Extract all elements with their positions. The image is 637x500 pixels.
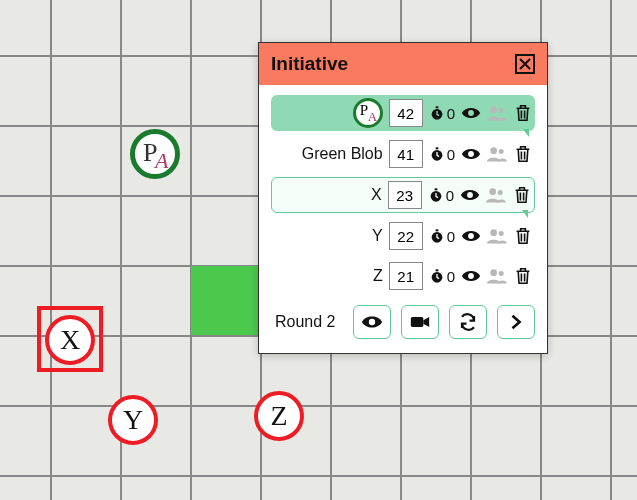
svg-rect-11 (434, 188, 437, 190)
svg-point-25 (369, 319, 375, 325)
eye-icon (461, 147, 481, 161)
initiative-value-input[interactable] (389, 140, 423, 168)
svg-rect-6 (435, 147, 438, 149)
timer-display: 0 (429, 268, 455, 285)
enemy-token-x[interactable]: X (45, 315, 95, 365)
round-label: Round 2 (271, 313, 336, 331)
svg-point-24 (499, 271, 504, 276)
panel-footer: Round 2 (271, 305, 535, 339)
group-toggle[interactable] (487, 226, 507, 246)
svg-point-14 (498, 190, 503, 195)
group-toggle[interactable] (487, 144, 507, 164)
eye-icon (361, 314, 383, 330)
camera-icon (410, 315, 430, 329)
refresh-icon (459, 313, 477, 331)
svg-point-3 (490, 106, 497, 113)
svg-rect-21 (435, 269, 438, 271)
group-icon (487, 146, 507, 162)
initiative-row[interactable]: Y 0 (271, 219, 535, 253)
trash-icon (515, 104, 531, 122)
eye-icon (461, 269, 481, 283)
combatant-name: Z (373, 267, 383, 285)
vision-button[interactable] (353, 305, 391, 339)
panel-title: Initiative (271, 53, 348, 75)
combatant-name: Green Blob (302, 145, 383, 163)
stopwatch-icon (428, 187, 444, 203)
combatant-name: X (371, 186, 382, 204)
svg-point-8 (490, 147, 497, 154)
stopwatch-icon (429, 268, 445, 284)
svg-point-19 (499, 231, 504, 236)
visibility-toggle[interactable] (461, 103, 481, 123)
group-icon (487, 228, 507, 244)
stopwatch-icon (429, 105, 445, 121)
initiative-row[interactable]: X 0 (271, 177, 535, 213)
group-toggle[interactable] (487, 103, 507, 123)
initiative-value-input[interactable] (389, 222, 423, 250)
group-icon (487, 268, 507, 284)
visibility-toggle[interactable] (461, 226, 481, 246)
initiative-panel[interactable]: Initiative PA 0 Green Bl (258, 42, 548, 354)
speech-tail-icon (523, 129, 529, 137)
next-turn-button[interactable] (497, 305, 535, 339)
panel-body: PA 0 Green Blob 0 (259, 85, 547, 353)
svg-point-4 (499, 108, 504, 113)
timer-display: 0 (429, 146, 455, 163)
svg-point-13 (489, 188, 496, 195)
svg-rect-1 (435, 106, 438, 108)
svg-rect-26 (411, 317, 424, 327)
group-toggle[interactable] (486, 185, 506, 205)
delete-button[interactable] (513, 103, 533, 123)
svg-point-22 (468, 273, 474, 279)
enemy-token-z[interactable]: Z (254, 391, 304, 441)
svg-point-23 (490, 269, 497, 276)
trash-icon (515, 145, 531, 163)
group-toggle[interactable] (487, 266, 507, 286)
camera-button[interactable] (401, 305, 439, 339)
svg-point-18 (490, 229, 497, 236)
visibility-toggle[interactable] (461, 144, 481, 164)
trash-icon (515, 227, 531, 245)
refresh-button[interactable] (449, 305, 487, 339)
player-token-pa[interactable]: PA (130, 129, 180, 179)
delete-button[interactable] (513, 226, 533, 246)
enemy-token-y[interactable]: Y (108, 395, 158, 445)
visibility-toggle[interactable] (460, 185, 480, 205)
close-button[interactable] (515, 54, 535, 74)
trash-icon (514, 186, 530, 204)
stopwatch-icon (429, 228, 445, 244)
timer-display: 0 (429, 228, 455, 245)
timer-display: 0 (429, 105, 455, 122)
timer-display: 0 (428, 187, 454, 204)
initiative-row[interactable]: Z 0 (271, 259, 535, 293)
avatar-pa: PA (353, 98, 383, 128)
close-icon (519, 58, 531, 70)
svg-point-17 (468, 233, 474, 239)
panel-header[interactable]: Initiative (259, 43, 547, 85)
green-blob-token[interactable] (191, 266, 260, 335)
eye-icon (461, 106, 481, 120)
visibility-toggle[interactable] (461, 266, 481, 286)
initiative-row[interactable]: Green Blob 0 (271, 137, 535, 171)
delete-button[interactable] (513, 266, 533, 286)
svg-point-2 (468, 110, 474, 116)
group-icon (487, 105, 507, 121)
initiative-value-input[interactable] (389, 99, 423, 127)
initiative-row[interactable]: PA 0 (271, 95, 535, 131)
speech-tail-icon (522, 210, 528, 218)
trash-icon (515, 267, 531, 285)
svg-point-9 (499, 149, 504, 154)
eye-icon (460, 188, 480, 202)
eye-icon (461, 229, 481, 243)
stopwatch-icon (429, 146, 445, 162)
group-icon (486, 187, 506, 203)
svg-point-12 (467, 192, 473, 198)
delete-button[interactable] (512, 185, 532, 205)
svg-point-7 (468, 151, 474, 157)
chevron-right-icon (510, 314, 522, 330)
delete-button[interactable] (513, 144, 533, 164)
initiative-value-input[interactable] (388, 181, 422, 209)
svg-rect-16 (435, 229, 438, 231)
combatant-name: Y (372, 227, 383, 245)
initiative-value-input[interactable] (389, 262, 423, 290)
